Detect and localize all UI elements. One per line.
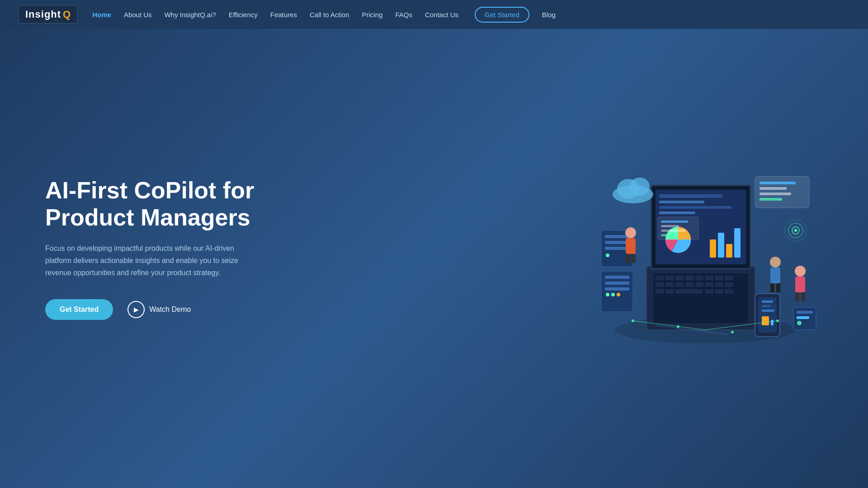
svg-rect-23 — [715, 289, 723, 294]
svg-rect-10 — [725, 276, 733, 280]
svg-point-55 — [606, 253, 609, 257]
svg-point-84 — [731, 331, 734, 333]
nav-faqs[interactable]: FAQs — [395, 11, 412, 19]
nav-efficiency[interactable]: Efficiency — [229, 11, 258, 19]
svg-rect-93 — [661, 230, 686, 232]
svg-rect-15 — [695, 282, 703, 287]
svg-rect-22 — [705, 289, 713, 294]
svg-point-64 — [795, 266, 806, 277]
svg-rect-19 — [656, 289, 664, 294]
svg-rect-70 — [762, 300, 773, 303]
navbar: Insight Q Home About Us Why InsightQ.ai?… — [0, 0, 868, 29]
svg-point-85 — [776, 319, 779, 322]
nav-blog[interactable]: Blog — [542, 11, 556, 19]
svg-rect-39 — [760, 192, 791, 195]
svg-rect-73 — [762, 316, 769, 325]
svg-rect-24 — [725, 289, 733, 294]
svg-rect-32 — [718, 233, 724, 258]
svg-point-50 — [617, 293, 620, 296]
svg-rect-8 — [705, 276, 713, 280]
svg-rect-33 — [726, 244, 732, 258]
isometric-illustration — [588, 149, 823, 348]
svg-point-89 — [797, 321, 802, 325]
svg-rect-14 — [685, 282, 693, 287]
svg-rect-87 — [797, 311, 813, 314]
svg-rect-13 — [675, 282, 684, 287]
hero-subtitle: Focus on developing impactful products w… — [45, 242, 262, 279]
svg-rect-21 — [675, 289, 703, 294]
svg-rect-3 — [656, 276, 664, 280]
svg-rect-66 — [795, 292, 799, 301]
svg-rect-36 — [755, 176, 809, 208]
nav-why[interactable]: Why InsightQ.ai? — [165, 11, 216, 19]
svg-rect-37 — [760, 182, 796, 184]
svg-rect-71 — [762, 305, 771, 307]
svg-rect-20 — [665, 289, 674, 294]
svg-rect-29 — [659, 206, 731, 209]
svg-rect-57 — [626, 238, 636, 254]
svg-rect-47 — [605, 287, 629, 291]
svg-rect-59 — [632, 254, 636, 263]
logo-q: Q — [63, 9, 71, 20]
svg-rect-34 — [734, 228, 741, 258]
get-started-nav-button[interactable]: Get Started — [475, 7, 529, 23]
nav-about[interactable]: About Us — [124, 11, 152, 19]
svg-rect-17 — [715, 282, 723, 287]
svg-rect-74 — [771, 320, 774, 325]
svg-rect-38 — [760, 187, 787, 190]
svg-rect-5 — [675, 276, 684, 280]
svg-point-56 — [625, 227, 636, 238]
svg-rect-54 — [605, 247, 629, 250]
hero-content: AI-First CoPilot for Product Managers Fo… — [45, 177, 298, 319]
svg-rect-88 — [797, 316, 809, 319]
svg-rect-72 — [762, 310, 774, 312]
svg-rect-28 — [659, 201, 704, 203]
logo[interactable]: Insight Q — [18, 5, 78, 24]
watch-demo-button[interactable]: ▶ Watch Demo — [127, 301, 191, 318]
nav-pricing[interactable]: Pricing — [362, 11, 383, 19]
svg-point-49 — [611, 293, 615, 296]
svg-rect-92 — [661, 225, 679, 227]
svg-point-60 — [770, 257, 781, 267]
nav-links: Home About Us Why InsightQ.ai? Efficienc… — [92, 7, 850, 23]
svg-rect-63 — [776, 283, 780, 292]
svg-rect-40 — [760, 198, 782, 201]
svg-rect-9 — [715, 276, 723, 280]
svg-point-82 — [632, 319, 634, 322]
svg-rect-61 — [770, 267, 780, 283]
svg-point-48 — [606, 293, 609, 296]
svg-point-83 — [677, 325, 679, 328]
svg-rect-6 — [685, 276, 693, 280]
svg-rect-2 — [653, 273, 748, 323]
svg-rect-27 — [659, 194, 722, 198]
get-started-hero-button[interactable]: Get Started — [45, 299, 113, 320]
nav-features[interactable]: Features — [270, 11, 297, 19]
svg-rect-7 — [695, 276, 703, 280]
logo-text: Insight — [25, 9, 61, 20]
nav-home[interactable]: Home — [92, 11, 111, 19]
svg-rect-30 — [659, 211, 695, 214]
hero-title: AI-First CoPilot for Product Managers — [45, 177, 298, 231]
svg-rect-58 — [626, 254, 630, 263]
svg-rect-4 — [665, 276, 674, 280]
svg-rect-18 — [725, 282, 733, 287]
hero-buttons: Get Started ▶ Watch Demo — [45, 299, 298, 320]
hero-illustration — [298, 149, 823, 348]
svg-rect-53 — [605, 241, 629, 244]
svg-rect-94 — [661, 234, 677, 236]
svg-rect-65 — [795, 277, 805, 292]
nav-contact[interactable]: Contact Us — [425, 11, 458, 19]
svg-point-43 — [630, 178, 650, 196]
svg-rect-62 — [770, 283, 774, 292]
svg-rect-11 — [656, 282, 664, 287]
play-icon: ▶ — [127, 301, 145, 318]
svg-rect-46 — [605, 282, 629, 285]
illustration-container — [588, 149, 823, 348]
watch-demo-label: Watch Demo — [149, 305, 191, 314]
svg-rect-16 — [705, 282, 713, 287]
svg-rect-31 — [710, 239, 716, 258]
svg-rect-52 — [605, 235, 629, 238]
svg-point-78 — [794, 229, 797, 232]
nav-cta[interactable]: Call to Action — [310, 11, 349, 19]
hero-section: AI-First CoPilot for Product Managers Fo… — [0, 0, 868, 488]
